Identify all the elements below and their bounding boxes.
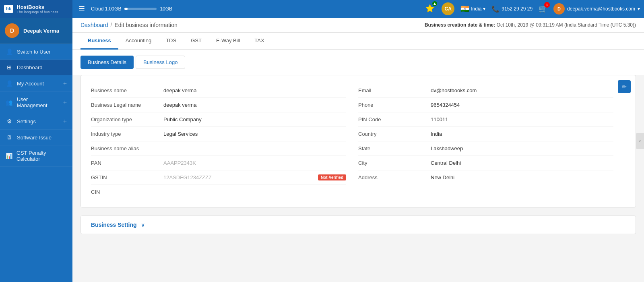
business-details-button[interactable]: Business Details <box>80 56 134 69</box>
tabs: Business Accounting TDS GST E-Way Bill T… <box>72 33 644 50</box>
field-label-pin-code: PIN Code <box>358 116 431 122</box>
top-navigation: hb HostBooks The language of business ☰ … <box>0 0 644 18</box>
not-verified-badge: Not-Verified <box>318 174 346 180</box>
sub-buttons: Business Details Business Logo <box>72 50 644 75</box>
table-row: Business name deepak verma <box>91 83 346 98</box>
field-label-address: Address <box>358 174 431 180</box>
sidebar-item-dashboard[interactable]: ⊞ Dashboard <box>0 60 72 75</box>
sidebar-item-settings[interactable]: ⚙ Settings + <box>0 113 72 130</box>
software-issue-icon: 🖥 <box>6 134 13 141</box>
chevron-down-icon: ▾ <box>483 6 485 12</box>
field-value-industry-type: Legal Services <box>163 131 346 137</box>
business-logo-button[interactable]: Business Logo <box>136 56 185 69</box>
field-label-industry-type: Industry type <box>91 131 163 137</box>
field-label-organization-type: Organization type <box>91 116 163 122</box>
tab-e-way-bill[interactable]: E-Way Bill <box>209 33 247 50</box>
field-label-country: Country <box>358 131 431 137</box>
breadcrumb-bar: Dashboard / Edit business information Bu… <box>72 18 644 33</box>
field-label-gstin: GSTIN <box>91 174 163 180</box>
phone-icon: 📞 <box>491 5 500 13</box>
user-avatar-small: D <box>553 3 565 15</box>
sidebar-item-label: Software Issue <box>17 135 52 141</box>
table-row: Business name alias <box>91 141 346 156</box>
details-right-column: Email dv@hostbooks.com Phone 9654324454 … <box>358 83 625 199</box>
switch-user-icon: 👤 <box>6 48 13 55</box>
edit-button[interactable]: ✏ <box>618 80 631 93</box>
rewards-badge <box>432 1 437 6</box>
sidebar-item-user-management[interactable]: 👥 User Management + <box>0 92 72 113</box>
nav-right: CA 🇮🇳 India ▾ 📞 9152 29 29 29 🛒 1 D deep… <box>424 2 640 15</box>
cart-icon[interactable]: 🛒 1 <box>539 4 547 13</box>
field-value-address: New Delhi <box>431 174 613 180</box>
user-email: deepak.verma@hostbooks.com <box>567 6 635 12</box>
table-row: Country India <box>358 127 613 141</box>
collapse-panel-button[interactable]: ‹ <box>636 133 644 149</box>
field-label-business-name-alias: Business name alias <box>91 145 163 151</box>
sidebar-item-label: Settings <box>17 118 36 124</box>
tab-accounting[interactable]: Accounting <box>118 33 159 50</box>
table-row: Address New Delhi <box>358 170 613 185</box>
table-row: Email dv@hostbooks.com <box>358 83 613 98</box>
logo-tagline: The language of business <box>17 10 58 14</box>
sidebar-user: D Deepak Verma <box>0 18 72 44</box>
sidebar-item-label: GST Penalty Calculator <box>17 150 67 162</box>
hamburger-menu[interactable]: ☰ <box>78 4 85 13</box>
business-date-value: Oct 10th, 2019 @ 09:31:19 AM (India Stan… <box>497 22 636 28</box>
field-label-state: State <box>358 145 431 151</box>
tab-tax[interactable]: TAX <box>247 33 271 50</box>
main-content: Dashboard / Edit business information Bu… <box>72 18 644 282</box>
user-management-icon: 👥 <box>6 99 13 106</box>
logo-text-area: HostBooks The language of business <box>17 4 58 14</box>
table-row: Business Legal name deepak verma <box>91 98 346 112</box>
field-value-city: Central Delhi <box>431 160 613 166</box>
breadcrumb-home[interactable]: Dashboard <box>80 22 108 28</box>
dashboard-icon: ⊞ <box>6 64 13 70</box>
field-value-country: India <box>431 131 613 137</box>
country-selector[interactable]: 🇮🇳 India ▾ <box>460 4 485 13</box>
field-label-phone: Phone <box>358 102 431 108</box>
user-menu[interactable]: D deepak.verma@hostbooks.com ▾ <box>553 3 640 15</box>
breadcrumb-separator: / <box>111 22 112 28</box>
sidebar-item-gst-penalty-calculator[interactable]: 📊 GST Penalty Calculator <box>0 145 72 167</box>
storage-used: Cloud 1.00GB <box>91 6 121 12</box>
chevron-down-icon: ∨ <box>141 222 145 228</box>
sidebar-item-switch-to-user[interactable]: 👤 Switch to User <box>0 44 72 60</box>
ca-icon[interactable]: CA <box>442 2 454 15</box>
plus-icon: + <box>63 118 67 125</box>
business-date-info: Business creation date & time: Oct 10th,… <box>425 22 636 28</box>
tab-gst[interactable]: GST <box>184 33 209 50</box>
logo-abbr: hb <box>6 6 11 11</box>
storage-total: 10GB <box>160 6 172 12</box>
tab-business[interactable]: Business <box>80 33 118 50</box>
phone-area: 📞 9152 29 29 29 <box>491 5 533 13</box>
edit-icon: ✏ <box>622 83 627 90</box>
my-account-icon: 👤 <box>6 80 13 87</box>
tab-tds[interactable]: TDS <box>159 33 184 50</box>
field-label-city: City <box>358 160 431 166</box>
table-row: State Lakshadweep <box>358 141 613 156</box>
field-value-pin-code: 110011 <box>431 116 613 122</box>
business-setting-section[interactable]: Business Setting ∨ <box>80 216 636 234</box>
details-grid: Business name deepak verma Business Lega… <box>81 75 636 207</box>
user-dropdown-icon: ▾ <box>638 6 640 12</box>
table-row: Organization type Public Company <box>91 112 346 127</box>
table-row: Phone 9654324454 <box>358 98 613 112</box>
table-row: CIN <box>91 185 346 199</box>
country-label: India <box>471 6 481 12</box>
field-value-gstin: 12ASDFG1234ZZZZ <box>163 174 314 180</box>
storage-bar <box>124 8 157 10</box>
table-row: GSTIN 12ASDFG1234ZZZZ Not-Verified <box>91 170 346 185</box>
table-row: Industry type Legal Services <box>91 127 346 141</box>
sidebar-item-software-issue[interactable]: 🖥 Software Issue <box>0 130 72 145</box>
plus-icon: + <box>63 80 67 87</box>
field-value-business-legal-name: deepak verma <box>163 102 346 108</box>
field-value-organization-type: Public Company <box>163 116 346 122</box>
field-value-pan: AAAPP2343K <box>163 160 346 166</box>
business-date-label: Business creation date & time: <box>425 22 495 28</box>
table-row: PAN AAAPP2343K <box>91 156 346 170</box>
rewards-icon[interactable] <box>424 3 436 15</box>
business-setting-title: Business Setting <box>91 222 137 228</box>
sidebar-item-my-account[interactable]: 👤 My Account + <box>0 75 72 92</box>
sidebar: D Deepak Verma 👤 Switch to User ⊞ Dashbo… <box>0 18 72 282</box>
details-left-column: Business name deepak verma Business Lega… <box>91 83 358 199</box>
